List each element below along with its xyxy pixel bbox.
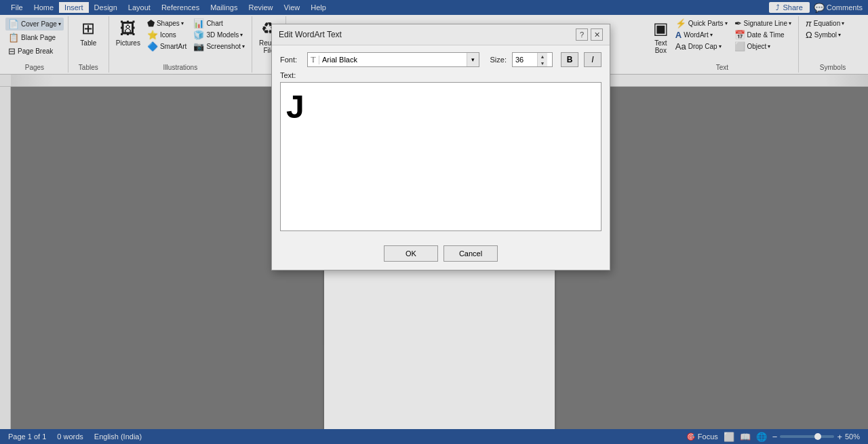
ribbon-tab-layout[interactable]: Layout (123, 2, 156, 13)
read-mode-button[interactable]: 📖 (740, 432, 751, 442)
smartart-button[interactable]: 🔷 SmartArt (144, 41, 189, 52)
vertical-ruler (0, 87, 11, 429)
drop-cap-button[interactable]: Aa Drop Cap ▾ (673, 41, 730, 52)
object-icon: ⬜ (734, 41, 745, 52)
size-label: Size: (490, 56, 507, 64)
chart-button[interactable]: 📊 Chart (191, 18, 248, 29)
font-input[interactable] (319, 53, 467, 66)
font-icon: 𝕋 (308, 56, 319, 64)
date-time-button[interactable]: 📅 Date & Time (732, 29, 795, 41)
drop-cap-icon: Aa (675, 41, 686, 52)
signature-icon: ✒ (734, 18, 742, 28)
blank-page-icon: 📋 (8, 33, 19, 43)
ribbon-tab-home[interactable]: Home (28, 2, 59, 13)
equation-button[interactable]: π Equation ▾ (803, 18, 863, 29)
3dmodels-icon: 🧊 (193, 30, 204, 40)
ribbon-tab-file[interactable]: File (5, 2, 28, 13)
ribbon-tab-mailings[interactable]: Mailings (205, 2, 243, 13)
page-break-icon: ⊟ (8, 46, 16, 56)
ribbon-tab-design[interactable]: Design (89, 2, 123, 13)
tables-section-label: Tables (68, 64, 108, 71)
font-select-wrapper: 𝕋 ▾ (307, 52, 479, 67)
shapes-button[interactable]: ⬟ Shapes ▾ (144, 18, 189, 29)
cover-page-icon: 📄 (8, 19, 19, 29)
italic-button[interactable]: I (584, 52, 601, 67)
wordart-button[interactable]: A WordArt ▾ (673, 29, 730, 41)
size-wrapper: ▲ ▼ (512, 52, 553, 67)
illustrations-section-label: Illustrations (109, 64, 252, 71)
icons-button[interactable]: ⭐ Icons (144, 29, 189, 41)
smartart-icon: 🔷 (147, 41, 158, 52)
edit-wordart-dialog: Edit WordArt Text ? ✕ Font: 𝕋 ▾ Size: (271, 24, 610, 270)
cancel-button[interactable]: Cancel (443, 245, 498, 262)
font-dropdown-arrow[interactable]: ▾ (467, 53, 479, 66)
wordart-icon: A (675, 30, 682, 40)
dialog-title-bar[interactable]: Edit WordArt Text ? ✕ (272, 24, 610, 45)
ok-button[interactable]: OK (384, 245, 438, 262)
ribbon-tab-view[interactable]: View (279, 2, 306, 13)
text-section-label: Text (646, 64, 798, 71)
focus-button[interactable]: 🎯 Focus (686, 432, 718, 441)
pictures-icon: 🖼 (120, 19, 136, 39)
bold-button[interactable]: B (561, 52, 578, 67)
quick-parts-button[interactable]: ⚡ Quick Parts ▾ (673, 18, 730, 29)
share-button[interactable]: ⤴ Share (769, 2, 809, 13)
symbol-icon: Ω (806, 30, 812, 40)
dialog-help-button[interactable]: ? (576, 28, 588, 41)
page-info: Page 1 of 1 (8, 432, 46, 441)
textbox-button[interactable]: ▣ Text Box (650, 18, 671, 56)
page-break-button[interactable]: ⊟ Page Break (5, 45, 64, 58)
zoom-out-button[interactable]: − (772, 432, 778, 442)
size-input[interactable] (513, 53, 537, 66)
screenshot-icon: 📷 (193, 41, 204, 52)
language: English (India) (94, 432, 142, 441)
shapes-icon: ⬟ (147, 18, 155, 28)
size-down-arrow[interactable]: ▼ (538, 60, 547, 66)
date-time-icon: 📅 (734, 30, 745, 40)
ribbon-tab-review[interactable]: Review (243, 2, 279, 13)
size-up-arrow[interactable]: ▲ (538, 53, 547, 60)
ribbon-tab-references[interactable]: References (156, 2, 205, 13)
word-count: 0 words (57, 432, 83, 441)
object-button[interactable]: ⬜ Object ▾ (732, 41, 795, 52)
quick-parts-icon: ⚡ (675, 18, 686, 28)
ribbon-tab-insert[interactable]: Insert (59, 2, 89, 13)
blank-page-button[interactable]: 📋 Blank Page (5, 31, 64, 44)
symbols-section-label: Symbols (799, 64, 867, 71)
dialog-close-button[interactable]: ✕ (591, 28, 603, 41)
chart-icon: 📊 (193, 18, 204, 28)
pages-section-label: Pages (1, 64, 68, 71)
textbox-icon: ▣ (653, 19, 669, 39)
web-layout-button[interactable]: 🌐 (756, 432, 767, 442)
focus-icon: 🎯 (686, 432, 696, 441)
table-icon: ⊞ (81, 19, 95, 39)
cover-page-button[interactable]: 📄 Cover Page ▾ (5, 18, 64, 31)
screenshot-button[interactable]: 📷 Screenshot ▾ (191, 41, 248, 52)
zoom-in-button[interactable]: + (837, 432, 842, 442)
icons-icon: ⭐ (147, 30, 158, 40)
wordart-text-input[interactable]: J (280, 82, 601, 231)
pictures-button[interactable]: 🖼 Pictures (113, 18, 143, 48)
font-label: Font: (280, 56, 302, 64)
dialog-title: Edit WordArt Text (279, 30, 342, 39)
symbol-button[interactable]: Ω Symbol ▾ (803, 29, 863, 41)
zoom-level: 50% (845, 432, 860, 441)
3dmodels-button[interactable]: 🧊 3D Models ▾ (191, 29, 248, 41)
zoom-slider[interactable] (780, 435, 834, 438)
signature-line-button[interactable]: ✒ Signature Line ▾ (732, 18, 795, 29)
equation-icon: π (806, 18, 812, 28)
print-layout-button[interactable]: ⬜ (724, 432, 734, 442)
table-button[interactable]: ⊞ Table (77, 18, 99, 48)
comments-button[interactable]: 💬 Comments (814, 3, 863, 13)
text-area-label: Text: (280, 71, 601, 79)
ribbon-tab-help[interactable]: Help (305, 2, 332, 13)
